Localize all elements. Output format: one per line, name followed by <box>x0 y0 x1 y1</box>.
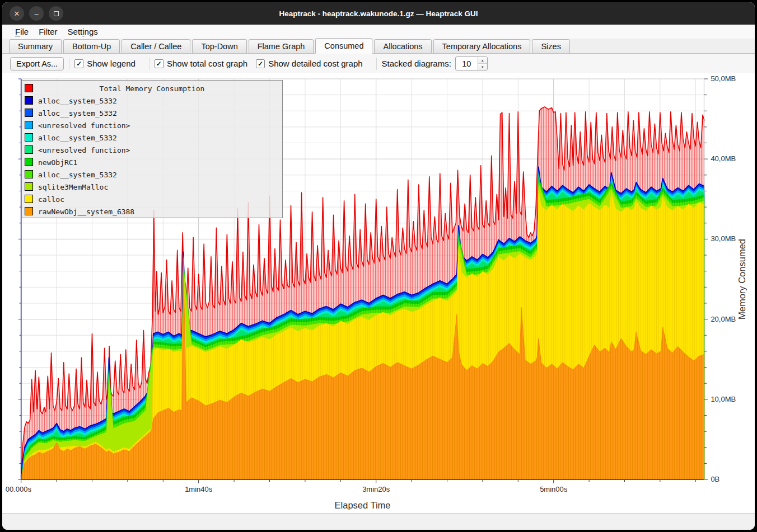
checkbox-label: Show detailed cost graph <box>268 59 362 68</box>
legend-label: newObjRC1 <box>38 158 77 167</box>
menu-item-settings[interactable]: Settings <box>63 26 103 37</box>
legend-item: <unresolved function> <box>22 119 282 131</box>
legend-item: rawNewObj__system_6388 <box>22 205 282 218</box>
menu-item-filter[interactable]: Filter <box>34 26 62 37</box>
toolbar-separator <box>149 58 149 70</box>
legend-label: Total Memory Consumption <box>22 84 282 93</box>
legend-swatch <box>25 170 33 178</box>
y-tick-label: 50,0MB <box>711 74 736 83</box>
legend-item: newObjRC1 <box>22 156 282 168</box>
legend-label: alloc__system_5332 <box>38 109 117 117</box>
tab-allocations[interactable]: Allocations <box>374 39 431 53</box>
x-tick-label: 3min20s <box>362 485 390 493</box>
legend-swatch <box>25 145 33 154</box>
x-tick-label: 1min40s <box>185 485 213 493</box>
tab-sizes[interactable]: Sizes <box>532 39 569 53</box>
tab-bottom-up[interactable]: Bottom-Up <box>63 39 120 53</box>
y-tick-label: 20,0MB <box>711 315 736 323</box>
toolbar-separator <box>376 58 377 70</box>
window-title: Heaptrack - heaptrack.wakunode.1.gz — He… <box>2 10 755 18</box>
stacked-diagrams-spinner[interactable]: 10 ▲ ▼ <box>455 57 488 70</box>
checkmark-icon: ✓ <box>155 59 163 68</box>
legend-swatch <box>25 182 33 191</box>
legend-item: <unresolved function> <box>22 144 282 156</box>
legend-item: alloc__system_5332 <box>22 131 282 144</box>
tab-summary[interactable]: Summary <box>9 39 62 53</box>
legend-label: <unresolved function> <box>38 146 130 154</box>
legend-label: <unresolved function> <box>38 121 130 130</box>
legend-item: alloc__system_5332 <box>22 107 282 119</box>
legend-swatch <box>25 158 33 166</box>
legend-label: sqlite3MemMalloc <box>38 183 108 191</box>
menu-item-file[interactable]: File <box>10 26 34 37</box>
checkbox-show-total-cost-graph[interactable]: ✓Show total cost graph <box>155 59 247 68</box>
tab-flame-graph[interactable]: Flame Graph <box>249 39 314 53</box>
x-axis-title: Elapsed Time <box>335 500 391 510</box>
legend-label: calloc <box>38 195 64 204</box>
spin-down-button[interactable]: ▼ <box>478 64 487 70</box>
checkmark-icon: ✓ <box>74 59 83 68</box>
window-bottom-strip <box>2 514 755 530</box>
legend-swatch <box>25 195 33 203</box>
title-bar: ✕ – Heaptrack - heaptrack.wakunode.1.gz … <box>2 2 755 25</box>
y-tick-label: 30,0MB <box>711 234 736 243</box>
y-axis-title: Memory Consumed <box>737 239 747 319</box>
checkbox-show-legend[interactable]: ✓Show legend <box>74 59 135 68</box>
x-tick-label: 5min00s <box>540 485 568 493</box>
legend-swatch <box>25 109 33 117</box>
heaptrack-window: ✕ – Heaptrack - heaptrack.wakunode.1.gz … <box>2 2 755 530</box>
y-tick-label: 0B <box>711 475 719 483</box>
legend-item: alloc__system_5332 <box>22 95 282 107</box>
y-tick-label: 10,0MB <box>711 395 736 403</box>
legend-item: alloc__system_5332 <box>22 168 282 181</box>
legend-item: calloc <box>22 193 282 205</box>
legend-swatch <box>25 96 33 105</box>
consumed-chart: 00.000s1min40s3min20s5min00s0B10,0MB20,0… <box>2 73 755 514</box>
tab-caller-callee[interactable]: Caller / Callee <box>122 39 190 53</box>
legend-item: sqlite3MemMalloc <box>22 181 282 193</box>
legend-label: alloc__system_5332 <box>38 97 117 105</box>
toolbar-separator <box>69 58 69 70</box>
legend-swatch <box>25 133 33 142</box>
legend-item: Total Memory Consumption <box>22 82 282 95</box>
checkmark-icon: ✓ <box>256 59 265 68</box>
export-as-button[interactable]: Export As... <box>10 57 64 70</box>
legend-swatch <box>25 84 33 92</box>
legend-label: rawNewObj__system_6388 <box>38 208 134 216</box>
tab-top-down[interactable]: Top-Down <box>192 39 246 53</box>
x-tick-label: 00.000s <box>6 485 32 493</box>
toolbar: Export As... ✓Show legend✓Show total cos… <box>2 54 755 73</box>
chart-legend: Total Memory Consumptionalloc__system_53… <box>21 80 283 218</box>
checkbox-label: Show legend <box>87 59 135 68</box>
legend-swatch <box>25 121 33 129</box>
y-tick-label: 40,0MB <box>711 154 736 163</box>
tab-consumed[interactable]: Consumed <box>315 38 372 54</box>
checkbox-show-detailed-cost-graph[interactable]: ✓Show detailed cost graph <box>256 59 362 68</box>
menu-bar: FileFilterSettings <box>2 25 755 39</box>
tab-temporary-allocations[interactable]: Temporary Allocations <box>433 39 531 53</box>
stacked-diagrams-value: 10 <box>456 57 478 70</box>
legend-label: alloc__system_5332 <box>38 171 117 179</box>
tab-bar: SummaryBottom-UpCaller / CalleeTop-DownF… <box>2 39 755 54</box>
legend-swatch <box>25 207 33 215</box>
spin-up-button[interactable]: ▲ <box>478 57 487 64</box>
checkbox-label: Show total cost graph <box>167 59 247 68</box>
legend-label: alloc__system_5332 <box>38 134 117 142</box>
stacked-diagrams-label: Stacked diagrams: <box>382 59 451 68</box>
